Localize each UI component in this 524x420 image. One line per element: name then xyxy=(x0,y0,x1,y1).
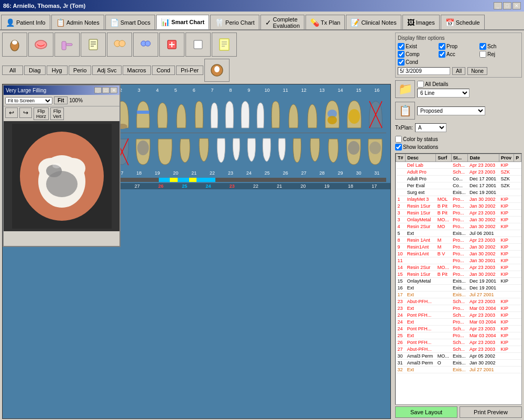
tooth-28[interactable] xyxy=(308,136,322,164)
table-row[interactable]: 23ExtPro...Mar 03 2004KIP xyxy=(396,305,521,312)
flip-horz-btn[interactable]: FlipHorz xyxy=(34,107,49,120)
prop-checkbox[interactable] xyxy=(439,43,445,50)
table-row[interactable]: 26Pont PFH...Sch...Apr 23 2003KIP xyxy=(396,339,521,346)
tooth-8[interactable] xyxy=(224,100,235,131)
tooth-15[interactable] xyxy=(345,98,363,131)
proposed-select[interactable]: Proposed Existing All xyxy=(417,106,485,115)
tool-btn-group1[interactable] xyxy=(107,33,132,57)
table-row[interactable]: 11Pro...Jan 30 2001KIP xyxy=(396,257,521,264)
minimize-btn[interactable]: _ xyxy=(494,2,502,9)
tab-smart-docs[interactable]: 📄 Smart Docs xyxy=(105,15,155,29)
float-max-btn[interactable]: □ xyxy=(102,87,110,93)
table-row[interactable]: 31Amal3 PermOExis...Jan 30 2002 xyxy=(396,360,521,367)
tab-admin-notes[interactable]: 📋 Admin Notes xyxy=(51,15,104,29)
tooth-13[interactable] xyxy=(305,102,320,131)
none-filter-btn[interactable]: None xyxy=(467,67,487,75)
tooth-30[interactable] xyxy=(345,136,363,168)
comp-checkbox[interactable] xyxy=(398,51,405,58)
tool-btn-group2[interactable] xyxy=(133,33,158,57)
tooth-31[interactable] xyxy=(366,136,384,168)
tooth-19[interactable] xyxy=(156,136,174,168)
tooth-18[interactable] xyxy=(134,136,152,168)
tooth-20[interactable] xyxy=(178,136,192,165)
btn-all[interactable]: All xyxy=(2,66,23,75)
tooth-11[interactable] xyxy=(269,100,282,131)
txplan-select[interactable]: A B C xyxy=(415,123,446,132)
save-layout-btn[interactable]: Save Layout xyxy=(395,406,457,418)
table-row[interactable]: 32ExtExis...Jul 27 2001 xyxy=(396,367,521,373)
tooth-7[interactable] xyxy=(209,102,220,131)
btn-diag[interactable]: Diag xyxy=(24,66,46,75)
tooth-10[interactable] xyxy=(255,102,266,131)
forward-btn[interactable]: ↪ xyxy=(19,107,32,118)
tab-schedule[interactable]: 📅 Schedule xyxy=(441,15,485,29)
table-row[interactable]: 15OnlayMetalExis...Dec 19 2001KIP xyxy=(396,278,521,285)
float-min-btn[interactable]: _ xyxy=(94,87,102,93)
sch-checkbox[interactable] xyxy=(479,43,486,50)
print-preview-btn[interactable]: Print Preview xyxy=(460,406,522,418)
tool-btn-notes[interactable] xyxy=(212,33,237,57)
tooth-14[interactable] xyxy=(323,98,341,131)
show-locations-checkbox[interactable] xyxy=(395,144,402,150)
tooth-16[interactable] xyxy=(367,99,384,131)
tooth-27[interactable] xyxy=(291,136,303,165)
table-row[interactable]: 5ExtExis...Jul 06 2001 xyxy=(396,230,521,237)
table-row[interactable]: 25ExtPro...Mar 03 2004KIP xyxy=(396,332,521,339)
tab-patient-info[interactable]: 👤 Patient Info xyxy=(1,15,50,29)
tab-tx-plan[interactable]: 💊 Tx Plan xyxy=(305,15,345,29)
color-status-checkbox[interactable] xyxy=(395,136,402,143)
date-filter-input[interactable] xyxy=(398,67,450,75)
tool-btn-hygiene[interactable] xyxy=(54,33,80,57)
exist-checkbox[interactable] xyxy=(398,43,405,50)
folder-icon-btn[interactable]: 📁 xyxy=(395,80,415,98)
all-details-checkbox[interactable] xyxy=(417,81,424,88)
tab-complete-eval[interactable]: ✓ CompleteEvaluation xyxy=(260,15,304,29)
tooth-26[interactable] xyxy=(277,136,287,163)
table-row[interactable]: 4Resin 2SurMOPro...Jan 30 2002KIP xyxy=(396,223,521,230)
table-row[interactable]: 9Resin1AntMPro...Jan 30 2002KIP xyxy=(396,244,521,251)
tooth-6[interactable] xyxy=(193,100,205,131)
table-row[interactable]: 2Resin 1SurB PitPro...Jan 30 2002KIP xyxy=(396,203,521,210)
tab-images[interactable]: 🖼 Images xyxy=(402,15,440,29)
float-close-btn[interactable]: ✕ xyxy=(110,87,117,93)
table-row[interactable]: Del LabSch...Apr 23 2003KIP xyxy=(396,162,521,169)
table-row[interactable]: 24ExtPro...Mar 03 2004KIP xyxy=(396,319,521,326)
tool-btn-mouth[interactable] xyxy=(28,33,53,57)
all-filter-btn[interactable]: All xyxy=(452,67,465,75)
table-row[interactable]: 17ExtExis...Jul 27 2001 xyxy=(396,292,521,298)
tooth-5[interactable] xyxy=(174,102,189,131)
plan-icon-btn[interactable]: 📋 xyxy=(395,102,415,120)
tab-perio-chart[interactable]: 🦷 Perio Chart xyxy=(210,15,259,29)
table-row[interactable]: 3OnlayMetalMO...Pro...Jan 30 2002KIP xyxy=(396,217,521,223)
table-row[interactable]: 10Resin1AntB VPro...Jan 30 2002KIP xyxy=(396,251,521,257)
tooth-23[interactable] xyxy=(231,136,242,163)
table-row[interactable]: 1InlayMet 3MOLPro...Jan 30 2002KIP xyxy=(396,196,521,203)
btn-extra[interactable] xyxy=(204,59,230,82)
tool-btn-perio[interactable] xyxy=(81,33,106,57)
btn-cond[interactable]: Cond xyxy=(152,66,175,75)
btn-priper[interactable]: Pri-Per xyxy=(176,66,203,75)
table-row[interactable]: Adult ProCo...Dec 17 2001SZK xyxy=(396,176,521,182)
fit-btn[interactable]: Fit xyxy=(54,96,68,104)
btn-hyg[interactable]: Hyg xyxy=(47,66,68,75)
tool-btn-tooth[interactable] xyxy=(2,33,27,57)
table-row[interactable]: 8Resin 1AntMPro...Apr 23 2003KIP xyxy=(396,237,521,244)
tooth-29[interactable] xyxy=(326,136,341,165)
close-btn[interactable]: ✕ xyxy=(512,2,521,9)
table-row[interactable]: 14Resin 2SurMO...Pro...Apr 23 2003KIP xyxy=(396,264,521,271)
table-row[interactable]: 24Pont PFH...Sch...Apr 23 2003KIP xyxy=(396,312,521,319)
table-row[interactable]: 15Resin 1SurB PitPro...Jan 30 2002KIP xyxy=(396,271,521,278)
title-buttons[interactable]: _ □ ✕ xyxy=(494,2,521,9)
tooth-4[interactable] xyxy=(155,100,170,131)
maximize-btn[interactable]: □ xyxy=(503,2,511,9)
btn-adjsvc[interactable]: Adj Svc xyxy=(92,66,121,75)
tooth-12[interactable] xyxy=(286,102,301,131)
tab-smart-chart[interactable]: 📊 Smart Chart xyxy=(156,15,209,29)
rej-checkbox[interactable] xyxy=(479,51,486,58)
table-row[interactable]: 30Amal3 PermMO...Exis...Apr 05 2002 xyxy=(396,353,521,360)
table-row[interactable]: 3Resin 1SurB PitPro...Apr 23 2003KIP xyxy=(396,210,521,217)
tooth-21[interactable] xyxy=(196,136,211,164)
table-row[interactable]: 23Abut-PFH...Sch...Apr 23 2003KIP xyxy=(396,298,521,305)
tooth-22[interactable] xyxy=(215,136,227,165)
btn-macros[interactable]: Macros xyxy=(123,66,151,75)
